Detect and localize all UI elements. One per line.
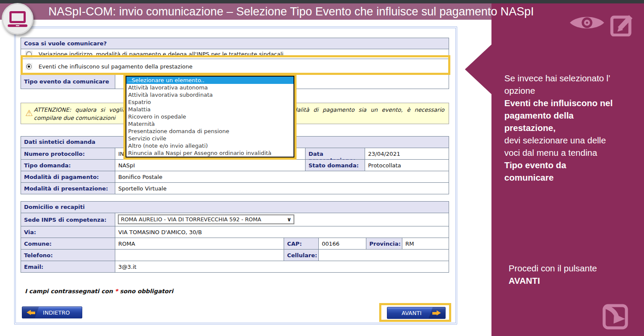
cap-label: CAP: — [284, 238, 319, 249]
dropdown-item[interactable]: Presentazione domanda di pensione — [126, 128, 294, 135]
cellulare-label: Cellulare: — [284, 250, 319, 261]
tipo-evento-dropdown[interactable]: ..Selezionare un elemento.. Attività lav… — [123, 74, 297, 160]
option-eventi-label[interactable]: Eventi che influiscono sul pagamento del… — [39, 63, 192, 70]
tipo-domanda-label: Tipo domanda: — [21, 160, 115, 171]
dropdown-item[interactable]: Espatrio — [126, 98, 294, 106]
slide: NASpI-COM: invio comunicazione – Selezio… — [0, 0, 644, 336]
comune-value: ROMA — [115, 238, 284, 249]
via-value: VIA TOMASINO D'AMICO, 30/B — [115, 226, 449, 238]
sidebar-instruction-2: Procedi con il pulsante AVANTI — [509, 262, 637, 287]
indietro-button[interactable]: INDIETRO — [22, 306, 82, 318]
dropdown-item[interactable]: Attività lavorativa subordinata — [126, 91, 294, 98]
option-variazione-label[interactable]: Variazione indirizzo, modalità di pagame… — [39, 51, 284, 57]
table-row: Sede INPS di competenza: ROMA AURELIO - … — [21, 213, 449, 226]
mod-pagamento-label: Modalità di pagamento: — [21, 171, 115, 182]
radio-variazione[interactable] — [25, 51, 33, 58]
dropdown-item[interactable]: Malattia — [126, 106, 294, 113]
email-value: 3@3.it — [115, 261, 449, 272]
stato-domanda-value: Protocollata — [365, 160, 449, 171]
via-label: Via: — [21, 226, 115, 238]
arrow-left-icon — [27, 310, 35, 315]
next-page-icon — [600, 301, 631, 332]
avanti-label: AVANTI — [401, 310, 422, 316]
data-presentazione-value: 23/04/2021 — [365, 148, 449, 159]
option-eventi-row[interactable]: Eventi che influiscono sul pagamento del… — [21, 59, 449, 74]
sidebar-pointer-triangle — [465, 45, 491, 94]
mod-pagamento-value: Bonifico Postale — [115, 171, 449, 182]
dropdown-item[interactable]: Ricovero in ospedale — [126, 113, 294, 120]
dropdown-item[interactable]: Rinuncia alla Naspi per Assegno ordinari… — [126, 149, 294, 157]
indietro-label: INDIETRO — [43, 309, 70, 316]
section-cosa-title: Cosa si vuole comunicare? — [21, 38, 449, 49]
eye-icon — [569, 14, 605, 32]
sede-select-value: ROMA AURELIO - VIA DI TORREVECCHIA 592 -… — [121, 216, 261, 223]
comune-label: Comune: — [21, 238, 115, 249]
stato-domanda-label: Stato domanda: — [305, 160, 365, 171]
dropdown-item[interactable]: Altro (note e/o invio allegati) — [126, 142, 294, 149]
avanti-button[interactable]: AVANTI — [387, 307, 446, 319]
table-row: Via: VIA TOMASINO D'AMICO, 30/B — [21, 226, 449, 238]
domicilio-title: Domicilio e recapiti — [21, 202, 449, 213]
tipo-domanda-value: NASpI — [115, 160, 305, 171]
laptop-icon — [9, 11, 26, 23]
arrow-right-icon — [432, 310, 441, 316]
required-asterisk: * — [115, 288, 118, 294]
table-row: Email: 3@3.it — [21, 261, 449, 272]
data-presentazione-label: Data presentazione: — [305, 148, 365, 159]
warning-icon: ⚠ — [25, 108, 33, 118]
telefono-value — [115, 250, 284, 261]
cellulare-value — [319, 250, 449, 261]
protocollo-label: Numero protocollo: — [21, 148, 115, 159]
sede-label: Sede INPS di competenza: — [21, 213, 115, 226]
sidebar-instruction-1: Se invece hai selezionato l’ opzione Eve… — [504, 72, 641, 184]
dropdown-item[interactable]: ..Selezionare un elemento.. — [126, 77, 294, 84]
sede-select[interactable]: ROMA AURELIO - VIA DI TORREVECCHIA 592 -… — [118, 214, 294, 224]
table-domicilio: Domicilio e recapiti Sede INPS di compet… — [21, 201, 449, 273]
mod-presentazione-label: Modalità di presentazione: — [21, 183, 115, 194]
laptop-badge — [2, 3, 33, 35]
provincia-label: Provincia: — [366, 238, 402, 249]
dropdown-item[interactable]: Maternità — [126, 120, 294, 128]
page-title: NASpI-COM: invio comunicazione – Selezio… — [48, 5, 534, 18]
option-variazione-row[interactable]: Variazione indirizzo, modalità di pagame… — [21, 49, 449, 59]
dropdown-item[interactable]: Attività lavorativa autonoma — [126, 84, 294, 91]
telefono-label: Telefono: — [21, 250, 115, 261]
mod-presentazione-value: Sportello Virtuale — [115, 183, 449, 194]
email-label: Email: — [21, 261, 115, 272]
table-row: Comune: ROMA CAP: 00166 Provincia: RM — [21, 238, 449, 249]
table-row: Modalità di presentazione: Sportello Vir… — [21, 182, 449, 194]
table-row: Tipo domanda: NASpI Stato domanda: Proto… — [21, 159, 449, 171]
tipo-evento-label: Tipo evento da comunicare — [21, 74, 115, 89]
top-strip — [0, 0, 644, 3]
table-row: Telefono: Cellulare: — [21, 249, 449, 261]
table-row: Modalità di pagamento: Bonifico Postale — [21, 171, 449, 182]
edit-icon — [610, 12, 636, 36]
dropdown-item[interactable]: Servizio civile — [126, 135, 294, 142]
required-fields-note: I campi contrassegnati con * sono obblig… — [25, 288, 173, 294]
chevron-down-icon: ∨ — [287, 216, 291, 223]
cap-value: 00166 — [319, 238, 366, 249]
provincia-value: RM — [402, 238, 449, 249]
radio-eventi[interactable] — [25, 63, 33, 70]
